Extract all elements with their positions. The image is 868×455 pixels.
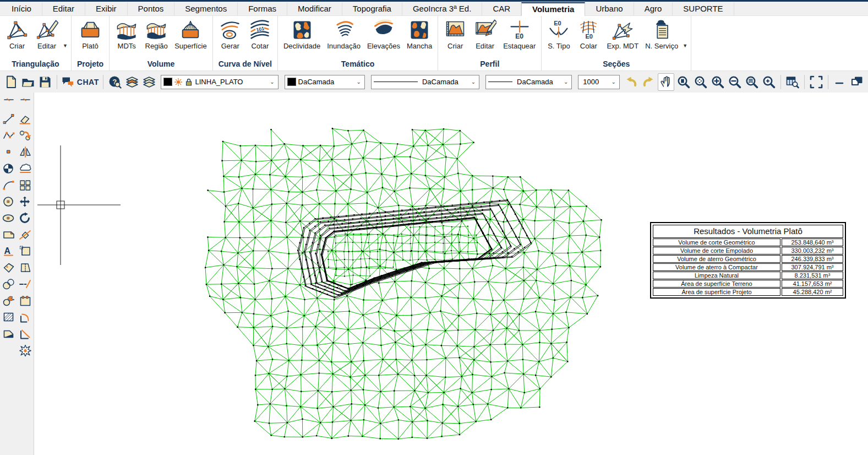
offset-circle-icon xyxy=(2,278,15,290)
help-button[interactable]: ? xyxy=(107,74,123,90)
redo-button[interactable] xyxy=(641,74,656,90)
tool-chamfer[interactable] xyxy=(18,327,32,340)
tab-editar[interactable]: Editar xyxy=(42,2,85,15)
ribbon-button-tematico-declividade[interactable]: Declividade xyxy=(280,18,324,51)
minimize-button[interactable] xyxy=(832,74,848,90)
tab-segmentos[interactable]: Segmentos xyxy=(174,2,238,15)
more-tools-arrow-icon[interactable]: ▼ xyxy=(62,43,69,48)
chat-button[interactable]: CHAT xyxy=(61,74,99,90)
tool-eraser[interactable] xyxy=(18,112,32,125)
layers-manager-button[interactable] xyxy=(124,74,140,90)
ribbon-button-triangulacao-criar[interactable]: Criar xyxy=(2,18,32,51)
ribbon-button-curva-de-nivel-gerar[interactable]: Gerar xyxy=(215,18,245,51)
ribbon-button-secoes-s-tipo[interactable]: E0S. Tipo xyxy=(544,18,574,51)
tool-stretch[interactable] xyxy=(18,245,32,257)
tab-agro[interactable]: Agro xyxy=(634,2,673,15)
tool-trim[interactable] xyxy=(18,261,32,274)
zoom-all-button[interactable] xyxy=(761,74,777,90)
ribbon-button-perfil-estaquear[interactable]: E0Estaquear xyxy=(500,18,539,51)
ribbon-button-tematico-inundacao[interactable]: Inundação xyxy=(324,18,364,51)
tool-note[interactable] xyxy=(18,294,32,307)
palette-column-1: A xyxy=(2,96,17,455)
chevron-down-icon[interactable]: ⌄ xyxy=(269,79,275,85)
zoom-in-button[interactable] xyxy=(710,74,725,90)
tool-hatch[interactable] xyxy=(2,311,16,323)
tool-text[interactable]: A xyxy=(2,245,16,257)
ribbon-button-tematico-mancha[interactable]: Mancha xyxy=(403,18,435,51)
layers-button[interactable] xyxy=(141,74,157,90)
ribbon-button-volume-superficie[interactable]: Superfície xyxy=(171,18,210,51)
scale-combo[interactable]: 1000⌄ xyxy=(578,75,620,89)
ribbon-button-triangulacao-editar[interactable]: Editar xyxy=(32,18,62,51)
ribbon-button-perfil-editar[interactable]: Editar xyxy=(470,18,500,51)
tool-array[interactable] xyxy=(18,178,32,191)
tool-mirror[interactable] xyxy=(18,145,32,158)
ribbon-group-triangulacao: CriarEditar▼Triangulação xyxy=(0,16,72,71)
tool-copy-circle[interactable] xyxy=(2,294,16,307)
tool-segment[interactable] xyxy=(18,96,32,109)
tab-topografia[interactable]: Topografia xyxy=(342,2,402,15)
tool-rectangle[interactable] xyxy=(2,228,16,241)
tab-pontos[interactable]: Pontos xyxy=(128,2,175,15)
ribbon-button-curva-de-nivel-cotar[interactable]: 101Cotar xyxy=(245,18,275,51)
new-file-button[interactable] xyxy=(3,74,19,90)
tool-circle[interactable] xyxy=(2,195,16,208)
layer-combo[interactable]: LINHA_PLATO⌄ xyxy=(161,75,279,89)
ribbon-button-volume-regiao[interactable]: Região xyxy=(141,18,171,51)
tab-urbano[interactable]: Urbano xyxy=(585,2,634,15)
tool-point[interactable] xyxy=(2,145,16,158)
lineweight-combo[interactable]: DaCamada⌄ xyxy=(485,75,572,89)
tab-suporte[interactable]: SUPORTE xyxy=(673,2,734,15)
tool-offset-circle[interactable] xyxy=(2,278,16,290)
tool-break[interactable] xyxy=(18,278,32,290)
color-combo[interactable]: DaCamada⌄ xyxy=(285,75,365,89)
open-file-button[interactable] xyxy=(20,74,36,90)
tool-revision-cloud[interactable] xyxy=(18,162,32,175)
ribbon-button-secoes-exp-mdt[interactable]: Exp. MDT xyxy=(603,18,642,51)
ribbon-button-secoes-colar[interactable]: E0Colar xyxy=(574,18,603,51)
pan-button[interactable] xyxy=(658,73,674,91)
drawing-canvas[interactable]: Resultados - Volumetria Platô Volume de … xyxy=(34,93,868,455)
more-tools-arrow-icon[interactable]: ▼ xyxy=(681,43,689,48)
ribbon-button-tematico-elevacoes[interactable]: Elevações xyxy=(364,18,403,51)
tool-polyline[interactable] xyxy=(2,129,16,142)
restore-window-button[interactable] xyxy=(849,74,865,90)
tool-rotate[interactable] xyxy=(18,212,32,224)
chevron-down-icon[interactable]: ⌄ xyxy=(356,79,362,85)
zoom-object-button[interactable] xyxy=(744,74,760,90)
chevron-down-icon[interactable]: ⌄ xyxy=(610,79,617,85)
ribbon-button-projeto-plato[interactable]: Platô xyxy=(75,18,105,51)
tab-car[interactable]: CAR xyxy=(482,2,521,15)
tab-modificar[interactable]: Modificar xyxy=(287,2,342,15)
save-file-button[interactable] xyxy=(37,74,53,90)
tab-geoincra-3-ed[interactable]: GeoIncra 3ª Ed. xyxy=(402,2,482,15)
zoom-out-button[interactable] xyxy=(727,74,743,90)
tool-arc[interactable] xyxy=(2,178,16,191)
tool-align[interactable] xyxy=(18,228,32,241)
tool-line[interactable] xyxy=(2,112,16,125)
table-view-button[interactable] xyxy=(785,74,800,90)
linetype-combo[interactable]: DaCamada⌄ xyxy=(371,75,479,89)
tool-segment[interactable] xyxy=(2,96,16,109)
chevron-down-icon[interactable]: ⌄ xyxy=(470,79,477,85)
ribbon-button-perfil-criar[interactable]: Criar xyxy=(440,18,470,51)
chevron-down-icon[interactable]: ⌄ xyxy=(563,79,569,85)
fullscreen-button[interactable] xyxy=(809,74,824,90)
tool-fillet[interactable] xyxy=(18,311,32,323)
tab-inicio[interactable]: Início xyxy=(1,2,42,15)
tab-formas[interactable]: Formas xyxy=(238,2,287,15)
tool-label[interactable] xyxy=(2,261,16,274)
tab-exibir[interactable]: Exibir xyxy=(85,2,128,15)
tool-solid-fill[interactable] xyxy=(2,327,16,340)
ribbon-button-volume-mdts[interactable]: MDTs xyxy=(112,18,141,51)
undo-button[interactable] xyxy=(624,74,639,90)
tool-move[interactable] xyxy=(18,195,32,208)
tab-volumetria[interactable]: Volumetria xyxy=(521,2,585,16)
tool-position[interactable] xyxy=(2,162,16,175)
tool-join[interactable] xyxy=(18,129,32,142)
ribbon-button-secoes-n-servico[interactable]: N. Serviço xyxy=(642,18,681,51)
zoom-extents-button[interactable] xyxy=(693,74,708,90)
tool-ellipse[interactable] xyxy=(2,212,16,224)
tool-explode[interactable] xyxy=(18,344,32,356)
zoom-window-button[interactable] xyxy=(676,74,691,90)
